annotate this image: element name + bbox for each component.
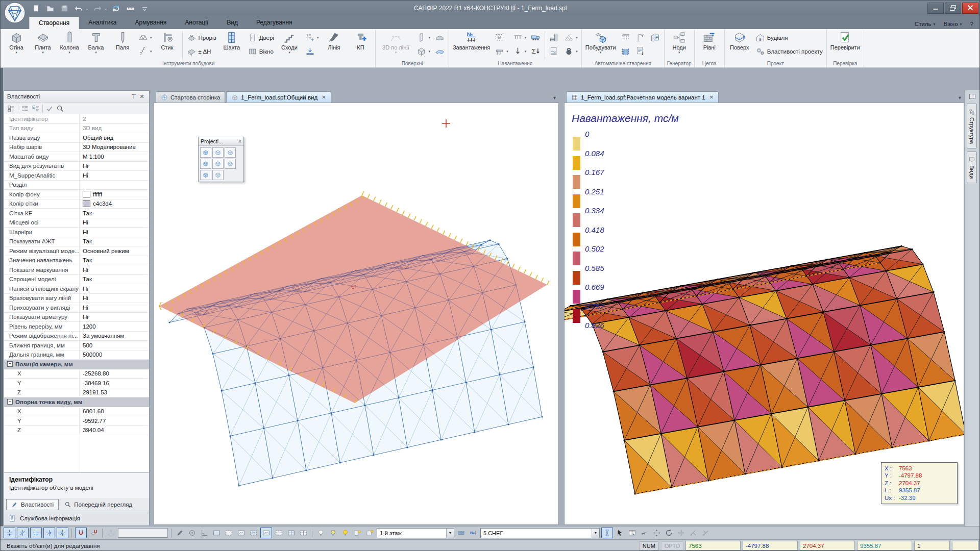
chevron-down-icon[interactable]: ▾ [592,529,599,538]
ribbon-button-storey[interactable]: Поверх [726,30,753,51]
close-button[interactable] [962,3,978,14]
ribbon-button-panel[interactable]: ▾ [414,31,432,44]
ribbon-button-building-spec[interactable] [648,31,662,44]
property-value[interactable]: Ні [80,314,149,320]
ribbon-button-window[interactable]: Вікно [246,44,276,58]
qat-open-file-button[interactable] [44,3,56,14]
property-value[interactable]: 2 [80,116,149,122]
left-view-canvas[interactable]: Projecti... × [154,103,559,525]
projection-view-button-2[interactable] [212,147,224,158]
bulb-select-button[interactable] [328,528,338,538]
ribbon-button-load-number[interactable]: №Завантаження [451,30,492,51]
ribbon-tab-4[interactable]: Анотації [176,17,217,29]
panel-toggle-button[interactable] [968,92,976,101]
property-value[interactable]: За умовчанням [80,333,149,339]
ribbon-button-build-cube[interactable]: Побудувати▾ [583,30,618,54]
ribbon-button-wall[interactable]: Стіна▾ [3,30,30,54]
properties-tab-1[interactable]: Властивості [6,499,59,510]
property-value[interactable]: Так [80,210,149,216]
snap-node-button[interactable] [43,528,55,538]
menu-right-2[interactable]: Вікно▾ [944,21,962,27]
ribbon-tab-2[interactable]: Аналітика [79,17,126,29]
dropdown-arrow-icon[interactable]: ⌄ [104,6,108,11]
ribbon-button-load-point[interactable]: ▾ [511,44,528,58]
projection-view-button-3[interactable] [225,147,236,158]
ortho-indicator[interactable]: ОРТО [661,541,683,550]
property-group-header[interactable]: −Позиція камери, мм [4,360,149,369]
side-tab-1[interactable]: Структура [967,104,977,148]
service-info-bar[interactable]: Службова інформація [4,511,149,525]
projection-view-button-7[interactable] [200,170,211,180]
properties-tab-2[interactable]: Попередній перегляд [60,499,137,510]
ribbon-button-load-line[interactable]: ▾ [511,31,528,44]
ribbon-button-cube[interactable]: ▾ [414,44,432,58]
dropdown-arrow-icon[interactable]: ⌄ [85,6,89,11]
qat-redo-button[interactable] [92,3,103,14]
pan-move-button[interactable] [651,528,662,538]
trim-first-button[interactable] [688,528,699,538]
property-value[interactable]: Так [80,276,149,282]
ribbon-button-piles-field[interactable] [619,31,632,44]
ribbon-button-level-mark[interactable] [303,44,321,58]
ribbon-button-dome[interactable] [433,31,447,44]
property-value[interactable]: -9592.77 [80,418,149,424]
ribbon-button-points[interactable]: ▾ [303,31,321,44]
property-value[interactable]: 29191.53 [80,389,149,395]
document-tab-1[interactable]: Стартова сторінка [156,91,225,103]
ribbon-button-soil-wave[interactable] [547,44,561,58]
bulb-on-button[interactable] [340,528,351,538]
layers-button[interactable] [456,528,467,538]
property-group-header[interactable]: −Опорна точка виду, мм [4,397,149,407]
center-snap-button[interactable] [187,528,198,538]
snap-value-input[interactable] [118,528,168,538]
frame-b-button[interactable] [224,528,234,538]
ribbon-button-joint[interactable]: Стик [154,30,181,51]
close-icon[interactable]: ✕ [138,92,146,101]
property-value[interactable]: Ні [80,267,149,273]
property-value[interactable]: Ні [80,172,149,179]
document-tab-2[interactable]: 1_Ferm_load.spf:Общий вид✕ [226,91,331,103]
properties-apply-button[interactable] [45,105,54,113]
floor-select[interactable]: 1-й этаж▾ [377,528,454,538]
ribbon-tab-5[interactable]: Вид [217,17,247,29]
ribbon-button-stairs[interactable]: Сходи▾ [276,30,303,54]
num-lock-indicator[interactable]: NUM [639,541,659,550]
frame-e-button[interactable] [260,528,272,538]
pencil-button[interactable] [175,528,185,538]
close-tab-icon[interactable]: ✕ [322,94,326,100]
ribbon-button-nodes[interactable]: Ноди▾ [666,30,693,54]
ribbon-button-kp[interactable]: КП [347,30,374,51]
ribbon-button-report-doc[interactable] [633,44,647,58]
property-value[interactable]: Так [80,238,149,244]
select-cursor-button[interactable] [615,528,625,538]
ribbon-button-slab-delta[interactable]: ± ΔН [185,44,218,58]
property-value[interactable]: Ні [80,305,149,311]
pin-icon[interactable]: ⊤ [130,92,138,101]
ribbon-button-load-sum[interactable]: Σ [529,44,543,58]
ribbon-button-door[interactable]: Двері [246,31,276,44]
property-value[interactable]: c4c3d4 [80,201,149,207]
property-value[interactable]: Общий вид [80,135,149,141]
property-value[interactable]: М 1:100 [80,154,149,160]
property-value[interactable]: 3D Моделирование [80,144,149,150]
ribbon-button-load-group[interactable]: ▾ [493,44,510,58]
ribbon-button-truck[interactable] [529,31,543,44]
properties-list-view-button[interactable] [21,105,29,113]
property-value[interactable]: 500 [80,342,149,348]
qat-undo-button[interactable] [73,3,84,14]
right-angle-button[interactable] [199,528,210,538]
document-tab-1[interactable]: 1_Ferm_load.spf:Расчетная модель вариант… [566,91,719,103]
ribbon-button-ret-wall[interactable] [547,31,561,44]
ribbon-button-floors-stack[interactable] [619,44,632,58]
frame-c-button[interactable] [236,528,247,538]
orbit-rotate-button[interactable] [664,528,674,538]
menu-right-1[interactable]: Стиль▾ [915,21,936,27]
frame-g-button[interactable] [286,528,297,538]
ribbon-button-house[interactable]: Будівля [753,31,824,44]
menu-right-3[interactable]: ? [970,21,973,27]
qat-new-file-button[interactable] [30,3,41,14]
ribbon-button-ramp[interactable] [433,44,447,58]
ribbon-tab-1[interactable]: Створення [29,17,79,29]
chevron-down-icon[interactable]: ▾ [446,529,454,538]
projection-view-button-1[interactable] [200,147,211,158]
